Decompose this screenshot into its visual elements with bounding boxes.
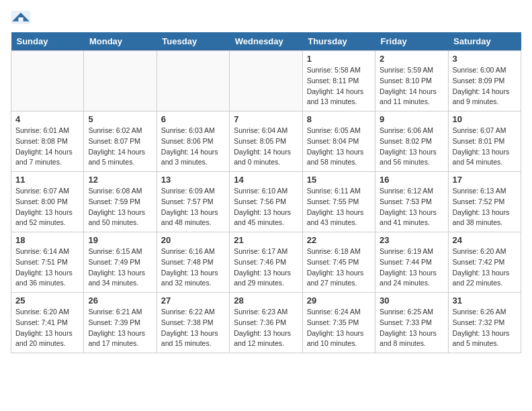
day-number: 20 (161, 235, 225, 245)
day-number: 10 (453, 114, 517, 124)
day-number: 7 (234, 114, 298, 124)
day-number: 24 (453, 235, 517, 245)
calendar-cell: 29Sunrise: 6:24 AMSunset: 7:35 PMDayligh… (302, 293, 375, 353)
day-info: Sunrise: 6:25 AMSunset: 7:33 PMDaylight:… (380, 307, 443, 349)
logo (11, 11, 34, 24)
calendar-cell: 2Sunrise: 5:59 AMSunset: 8:10 PMDaylight… (375, 51, 448, 111)
day-number: 22 (307, 235, 371, 245)
day-info: Sunrise: 6:19 AMSunset: 7:44 PMDaylight:… (380, 246, 443, 289)
day-info: Sunrise: 6:12 AMSunset: 7:53 PMDaylight:… (380, 186, 443, 228)
calendar-cell: 13Sunrise: 6:09 AMSunset: 7:57 PMDayligh… (157, 172, 229, 232)
calendar-cell: 26Sunrise: 6:21 AMSunset: 7:39 PMDayligh… (84, 293, 157, 353)
day-info: Sunrise: 6:14 AMSunset: 7:51 PMDaylight:… (15, 246, 79, 289)
day-info: Sunrise: 6:06 AMSunset: 8:02 PMDaylight:… (380, 126, 443, 168)
day-number: 1 (307, 54, 371, 64)
weekday-header-friday: Friday (375, 32, 448, 51)
calendar-cell: 31Sunrise: 6:26 AMSunset: 7:32 PMDayligh… (448, 293, 521, 353)
calendar-cell: 17Sunrise: 6:13 AMSunset: 7:52 PMDayligh… (448, 172, 521, 232)
day-info: Sunrise: 6:21 AMSunset: 7:39 PMDaylight:… (88, 307, 152, 349)
day-info: Sunrise: 6:02 AMSunset: 8:07 PMDaylight:… (88, 126, 152, 168)
day-number: 16 (380, 175, 443, 185)
page-header (11, 11, 521, 24)
calendar-cell: 11Sunrise: 6:07 AMSunset: 8:00 PMDayligh… (11, 172, 84, 232)
day-number: 29 (307, 295, 371, 306)
calendar-cell: 22Sunrise: 6:18 AMSunset: 7:45 PMDayligh… (302, 232, 375, 293)
calendar-cell (157, 51, 229, 111)
day-info: Sunrise: 6:10 AMSunset: 7:56 PMDaylight:… (234, 186, 298, 228)
calendar-cell: 25Sunrise: 6:20 AMSunset: 7:41 PMDayligh… (11, 293, 84, 353)
day-number: 4 (15, 114, 79, 124)
day-info: Sunrise: 6:03 AMSunset: 8:06 PMDaylight:… (161, 126, 225, 168)
day-info: Sunrise: 6:01 AMSunset: 8:08 PMDaylight:… (15, 126, 79, 168)
day-info: Sunrise: 5:59 AMSunset: 8:10 PMDaylight:… (380, 65, 443, 107)
day-info: Sunrise: 6:13 AMSunset: 7:52 PMDaylight:… (453, 186, 517, 228)
calendar-cell: 16Sunrise: 6:12 AMSunset: 7:53 PMDayligh… (375, 172, 448, 232)
calendar-cell: 21Sunrise: 6:17 AMSunset: 7:46 PMDayligh… (230, 232, 302, 293)
calendar-cell: 18Sunrise: 6:14 AMSunset: 7:51 PMDayligh… (11, 232, 84, 293)
day-info: Sunrise: 6:09 AMSunset: 7:57 PMDaylight:… (161, 186, 225, 228)
weekday-header-thursday: Thursday (302, 32, 375, 51)
day-info: Sunrise: 6:18 AMSunset: 7:45 PMDaylight:… (307, 246, 371, 289)
day-number: 17 (453, 175, 517, 185)
day-number: 30 (380, 295, 443, 306)
day-number: 27 (161, 295, 225, 306)
calendar-cell: 10Sunrise: 6:07 AMSunset: 8:01 PMDayligh… (448, 111, 521, 172)
calendar-cell: 9Sunrise: 6:06 AMSunset: 8:02 PMDaylight… (375, 111, 448, 172)
day-number: 31 (453, 295, 517, 306)
day-info: Sunrise: 6:00 AMSunset: 8:09 PMDaylight:… (453, 65, 517, 107)
day-info: Sunrise: 6:04 AMSunset: 8:05 PMDaylight:… (234, 126, 298, 168)
calendar-cell: 24Sunrise: 6:20 AMSunset: 7:42 PMDayligh… (448, 232, 521, 293)
day-number: 2 (380, 54, 443, 64)
day-info: Sunrise: 6:26 AMSunset: 7:32 PMDaylight:… (453, 307, 517, 349)
day-info: Sunrise: 6:05 AMSunset: 8:04 PMDaylight:… (307, 126, 371, 168)
day-number: 6 (161, 114, 225, 124)
weekday-header-tuesday: Tuesday (157, 32, 229, 51)
calendar-cell: 28Sunrise: 6:23 AMSunset: 7:36 PMDayligh… (230, 293, 302, 353)
day-number: 19 (88, 235, 152, 245)
day-number: 21 (234, 235, 298, 245)
day-number: 5 (88, 114, 152, 124)
weekday-header-sunday: Sunday (11, 32, 84, 51)
day-number: 23 (380, 235, 443, 245)
day-number: 11 (15, 175, 79, 185)
day-info: Sunrise: 6:07 AMSunset: 8:00 PMDaylight:… (15, 186, 79, 228)
weekday-header-monday: Monday (84, 32, 157, 51)
day-info: Sunrise: 6:07 AMSunset: 8:01 PMDaylight:… (453, 126, 517, 168)
calendar-cell: 3Sunrise: 6:00 AMSunset: 8:09 PMDaylight… (448, 51, 521, 111)
day-info: Sunrise: 6:15 AMSunset: 7:49 PMDaylight:… (88, 246, 152, 289)
calendar-cell: 14Sunrise: 6:10 AMSunset: 7:56 PMDayligh… (230, 172, 302, 232)
weekday-header-saturday: Saturday (448, 32, 521, 51)
svg-rect-2 (18, 17, 23, 21)
calendar-cell: 8Sunrise: 6:05 AMSunset: 8:04 PMDaylight… (302, 111, 375, 172)
calendar-cell (84, 51, 157, 111)
logo-icon (11, 11, 31, 24)
calendar-cell: 23Sunrise: 6:19 AMSunset: 7:44 PMDayligh… (375, 232, 448, 293)
day-number: 3 (453, 54, 517, 64)
calendar-table: SundayMondayTuesdayWednesdayThursdayFrid… (11, 32, 521, 353)
day-number: 26 (88, 295, 152, 306)
day-info: Sunrise: 6:24 AMSunset: 7:35 PMDaylight:… (307, 307, 371, 349)
day-number: 15 (307, 175, 371, 185)
day-number: 14 (234, 175, 298, 185)
day-info: Sunrise: 6:08 AMSunset: 7:59 PMDaylight:… (88, 186, 152, 228)
day-number: 9 (380, 114, 443, 124)
calendar-cell: 12Sunrise: 6:08 AMSunset: 7:59 PMDayligh… (84, 172, 157, 232)
calendar-cell: 19Sunrise: 6:15 AMSunset: 7:49 PMDayligh… (84, 232, 157, 293)
day-info: Sunrise: 6:11 AMSunset: 7:55 PMDaylight:… (307, 186, 371, 228)
day-info: Sunrise: 6:22 AMSunset: 7:38 PMDaylight:… (161, 307, 225, 349)
calendar-cell (230, 51, 302, 111)
day-info: Sunrise: 6:20 AMSunset: 7:41 PMDaylight:… (15, 307, 79, 349)
calendar-cell: 27Sunrise: 6:22 AMSunset: 7:38 PMDayligh… (157, 293, 229, 353)
day-info: Sunrise: 6:17 AMSunset: 7:46 PMDaylight:… (234, 246, 298, 289)
calendar-cell: 1Sunrise: 5:58 AMSunset: 8:11 PMDaylight… (302, 51, 375, 111)
day-number: 13 (161, 175, 225, 185)
day-number: 25 (15, 295, 79, 306)
weekday-header-wednesday: Wednesday (230, 32, 302, 51)
calendar-cell: 6Sunrise: 6:03 AMSunset: 8:06 PMDaylight… (157, 111, 229, 172)
day-info: Sunrise: 6:23 AMSunset: 7:36 PMDaylight:… (234, 307, 298, 349)
day-number: 12 (88, 175, 152, 185)
calendar-cell: 4Sunrise: 6:01 AMSunset: 8:08 PMDaylight… (11, 111, 84, 172)
calendar-cell: 30Sunrise: 6:25 AMSunset: 7:33 PMDayligh… (375, 293, 448, 353)
day-info: Sunrise: 5:58 AMSunset: 8:11 PMDaylight:… (307, 65, 371, 107)
day-number: 8 (307, 114, 371, 124)
